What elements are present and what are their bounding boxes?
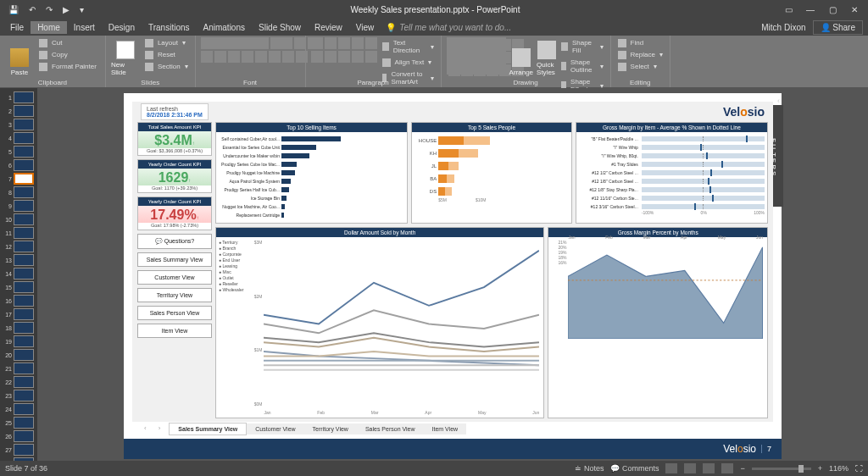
ribbon-options-icon[interactable]: ▭ — [778, 5, 798, 14]
thumbnail[interactable]: 10 — [3, 213, 34, 225]
shapes-gallery[interactable] — [447, 37, 506, 75]
shape-icon[interactable] — [448, 52, 460, 64]
paste-button[interactable]: Paste — [5, 37, 34, 76]
shape-icon[interactable] — [474, 52, 486, 64]
bold-icon[interactable] — [201, 51, 213, 63]
dashboard-tab[interactable]: Sales Summary View — [169, 423, 247, 435]
redo-icon[interactable]: ↷ — [42, 4, 56, 15]
arrange-button[interactable]: Arrange — [509, 37, 533, 76]
view-reading-icon[interactable] — [703, 463, 715, 473]
tell-me-input[interactable]: Tell me what you want to do... — [399, 23, 511, 32]
tab-insert[interactable]: Insert — [67, 21, 102, 34]
font-size-input[interactable] — [270, 37, 292, 49]
shape-icon[interactable] — [487, 39, 498, 51]
slide-canvas[interactable]: ‹ FILTERS Last refresh 8/2/2018 2:31:46 … — [37, 88, 868, 461]
share-button[interactable]: 👤 Share — [813, 20, 863, 35]
columns-icon[interactable] — [365, 51, 377, 63]
strike-icon[interactable] — [255, 51, 267, 63]
shape-outline-button[interactable]: Shape Outline ▾ — [559, 57, 604, 75]
italic-icon[interactable] — [214, 51, 226, 63]
tab-transitions[interactable]: Transitions — [142, 21, 197, 34]
zoom-in-icon[interactable]: + — [818, 464, 822, 473]
nav-button[interactable]: Item View — [137, 324, 212, 338]
thumbnail[interactable]: 22 — [3, 376, 34, 388]
thumbnail[interactable]: 26 — [3, 430, 34, 442]
tabs-next-icon[interactable]: › — [155, 424, 164, 432]
copy-button[interactable]: Copy — [37, 49, 100, 60]
undo-icon[interactable]: ↶ — [25, 4, 39, 15]
align-center-icon[interactable] — [325, 51, 337, 63]
tab-review[interactable]: Review — [308, 21, 349, 34]
collapse-filter-icon[interactable]: ‹ — [777, 97, 780, 105]
qat-more-icon[interactable]: ▾ — [76, 4, 87, 15]
shape-icon[interactable] — [448, 39, 460, 51]
thumbnail[interactable]: 14 — [3, 268, 34, 280]
thumbnail[interactable]: 20 — [3, 349, 34, 361]
replace-button[interactable]: Replace ▾ — [616, 49, 665, 60]
shadow-icon[interactable] — [242, 51, 253, 63]
layout-button[interactable]: Layout ▾ — [143, 37, 190, 48]
thumbnail[interactable]: 23 — [3, 390, 34, 401]
section-button[interactable]: Section ▾ — [143, 61, 190, 72]
view-slideshow-icon[interactable] — [721, 463, 733, 473]
tab-slideshow[interactable]: Slide Show — [252, 21, 308, 34]
zoom-level[interactable]: 116% — [829, 464, 849, 473]
thumbnail[interactable]: 28 — [3, 457, 34, 461]
thumbnail[interactable]: 7 — [3, 173, 34, 185]
shape-icon[interactable] — [487, 52, 498, 64]
nav-button[interactable]: Sales Summary View — [137, 252, 212, 267]
shape-icon[interactable] — [461, 64, 473, 76]
align-right-icon[interactable] — [338, 51, 350, 63]
case-icon[interactable] — [282, 51, 294, 63]
align-text-button[interactable]: Align Text ▾ — [381, 57, 436, 68]
underline-icon[interactable] — [228, 51, 240, 63]
select-button[interactable]: Select ▾ — [616, 61, 665, 72]
thumbnail[interactable]: 1 — [3, 91, 34, 103]
nav-button[interactable]: Territory View — [137, 288, 212, 302]
thumbnail-pane[interactable]: 1234567891011121314151617181920212223242… — [0, 88, 37, 461]
fit-window-icon[interactable]: ⛶ — [855, 464, 863, 473]
cut-button[interactable]: Cut — [37, 37, 100, 48]
thumbnail[interactable]: 13 — [3, 254, 34, 266]
shape-icon[interactable] — [461, 39, 473, 51]
find-button[interactable]: Find — [616, 37, 665, 48]
shape-icon[interactable] — [461, 52, 473, 64]
slide[interactable]: ‹ FILTERS Last refresh 8/2/2018 2:31:46 … — [124, 93, 782, 459]
shape-icon[interactable] — [448, 64, 460, 76]
justify-icon[interactable] — [352, 51, 364, 63]
dashboard-tab[interactable]: Sales Person View — [357, 423, 424, 434]
shape-fill-button[interactable]: Shape Fill ▾ — [559, 37, 604, 56]
minimize-icon[interactable]: — — [800, 5, 821, 14]
nav-button[interactable]: 💬 Questions? — [137, 234, 212, 249]
dashboard-tab[interactable]: Customer View — [247, 423, 303, 434]
dashboard-tab[interactable]: Item View — [424, 423, 467, 434]
tab-design[interactable]: Design — [102, 21, 142, 34]
grow-font-icon[interactable] — [294, 37, 306, 49]
thumbnail[interactable]: 18 — [3, 322, 34, 334]
save-icon[interactable]: 💾 — [5, 4, 22, 15]
spacing-icon[interactable] — [269, 51, 281, 63]
view-sorter-icon[interactable] — [684, 463, 696, 473]
view-normal-icon[interactable] — [665, 463, 677, 473]
thumbnail[interactable]: 19 — [3, 335, 34, 347]
thumbnail[interactable]: 21 — [3, 363, 34, 374]
zoom-slider[interactable] — [752, 468, 811, 470]
dashboard-tab[interactable]: Territory View — [304, 423, 357, 434]
thumbnail[interactable]: 8 — [3, 186, 34, 198]
shape-icon[interactable] — [474, 64, 486, 76]
shape-icon[interactable] — [474, 39, 486, 51]
thumbnail[interactable]: 5 — [3, 146, 34, 158]
tab-file[interactable]: File — [3, 21, 31, 34]
reset-button[interactable]: Reset — [143, 49, 190, 60]
thumbnail[interactable]: 25 — [3, 417, 34, 429]
thumbnail[interactable]: 6 — [3, 159, 34, 171]
shape-icon[interactable] — [487, 64, 498, 76]
nav-button[interactable]: Customer View — [137, 270, 212, 285]
tab-view[interactable]: View — [349, 21, 381, 34]
maximize-icon[interactable]: ▢ — [822, 5, 843, 14]
thumbnail[interactable]: 12 — [3, 241, 34, 252]
thumbnail[interactable]: 17 — [3, 308, 34, 320]
font-family-input[interactable] — [201, 37, 269, 49]
zoom-out-icon[interactable]: − — [740, 464, 744, 473]
indent-inc-icon[interactable] — [352, 37, 364, 49]
